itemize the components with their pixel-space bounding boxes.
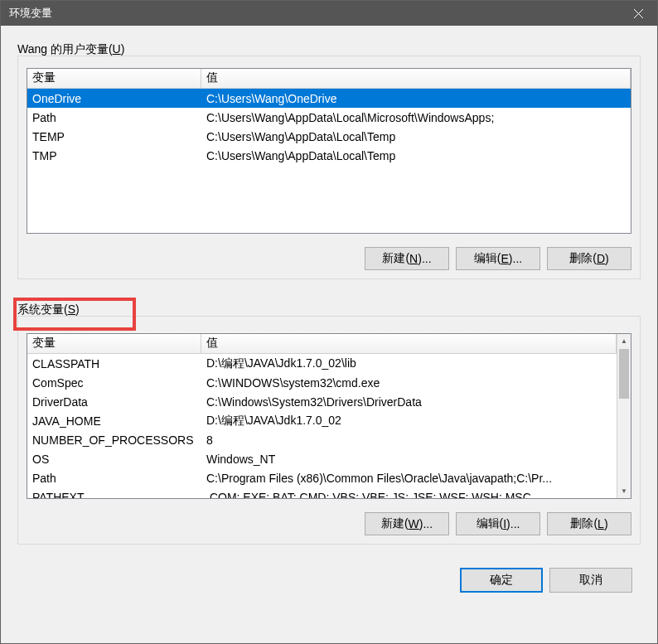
env-vars-window: 环境变量 Wang 的用户变量(U) 变量 值 OneDriveC:\Users… [0,0,658,644]
var-value-cell: C:\Users\Wang\AppData\Local\Microsoft\Wi… [201,110,631,125]
var-name-cell: CLASSPATH [27,356,201,371]
var-name-cell: TEMP [27,129,201,144]
system-header-name[interactable]: 变量 [27,334,201,353]
system-label-key: S [68,303,75,316]
system-table-header: 变量 值 [27,334,617,354]
system-vars-section: 系统变量(S) 变量 值 CLASSPATHD:\编程\JAVA\Jdk1.7.… [17,303,641,545]
user-group-box: 变量 值 OneDriveC:\Users\Wang\OneDrivePathC… [17,56,641,279]
ok-button[interactable]: 确定 [460,568,543,593]
titlebar: 环境变量 [1,1,657,26]
var-name-cell: OneDrive [27,91,201,106]
user-vars-label: Wang 的用户变量(U) [17,42,641,57]
system-delete-button[interactable]: 删除(L) [547,512,631,535]
var-name-cell: NUMBER_OF_PROCESSORS [27,433,201,448]
table-row[interactable]: PathC:\Users\Wang\AppData\Local\Microsof… [27,108,631,127]
user-new-button[interactable]: 新建(N)... [365,247,449,270]
table-row[interactable]: NUMBER_OF_PROCESSORS8 [27,430,617,449]
user-table-header: 变量 值 [27,69,631,89]
user-header-name[interactable]: 变量 [27,69,201,88]
system-new-button[interactable]: 新建(W)... [365,512,449,535]
var-name-cell: OS [27,452,201,467]
var-name-cell: Path [27,471,201,486]
user-vars-section: Wang 的用户变量(U) 变量 值 OneDriveC:\Users\Wang… [17,42,641,279]
dialog-content: Wang 的用户变量(U) 变量 值 OneDriveC:\Users\Wang… [1,26,657,643]
user-edit-button[interactable]: 编辑(E)... [456,247,540,270]
user-delete-button[interactable]: 删除(D) [547,247,631,270]
table-row[interactable]: DriverDataC:\Windows\System32\Drivers\Dr… [27,392,617,411]
user-vars-table[interactable]: 变量 值 OneDriveC:\Users\Wang\OneDrivePathC… [27,68,631,234]
user-label-key: U [113,42,121,56]
system-vars-label: 系统变量(S) [17,303,641,317]
dialog-bottom-buttons: 确定 取消 [17,568,641,593]
system-header-value[interactable]: 值 [201,334,617,353]
close-button[interactable] [620,1,657,26]
close-icon [634,9,643,18]
table-row[interactable]: CLASSPATHD:\编程\JAVA\Jdk1.7.0_02\lib [27,354,617,373]
var-value-cell: D:\编程\JAVA\Jdk1.7.0_02 [201,413,617,429]
var-value-cell: C:\Windows\System32\Drivers\DriverData [201,395,617,409]
table-row[interactable]: OneDriveC:\Users\Wang\OneDrive [27,89,631,108]
table-row[interactable]: JAVA_HOMED:\编程\JAVA\Jdk1.7.0_02 [27,411,617,430]
table-row[interactable]: OSWindows_NT [27,449,617,468]
table-row[interactable]: TMPC:\Users\Wang\AppData\Local\Temp [27,146,631,165]
system-group-box: 变量 值 CLASSPATHD:\编程\JAVA\Jdk1.7.0_02\lib… [17,316,641,545]
table-row[interactable]: PathC:\Program Files (x86)\Common Files\… [27,468,617,487]
var-name-cell: Path [27,110,201,125]
var-name-cell: TMP [27,148,201,163]
window-title: 环境变量 [9,6,52,21]
system-table-body: CLASSPATHD:\编程\JAVA\Jdk1.7.0_02\libComSp… [27,354,617,498]
table-row[interactable]: TEMPC:\Users\Wang\AppData\Local\Temp [27,127,631,146]
table-row[interactable]: ComSpecC:\WINDOWS\system32\cmd.exe [27,373,617,392]
var-value-cell: C:\WINDOWS\system32\cmd.exe [201,375,617,390]
system-button-row: 新建(W)... 编辑(I)... 删除(L) [27,512,631,535]
var-value-cell: D:\编程\JAVA\Jdk1.7.0_02\lib [201,356,617,372]
user-button-row: 新建(N)... 编辑(E)... 删除(D) [27,247,631,270]
var-value-cell: 8 [201,433,617,448]
user-label-suffix: ) [121,42,125,56]
user-header-value[interactable]: 值 [201,69,631,88]
var-name-cell: DriverData [27,395,201,409]
var-value-cell: C:\Users\Wang\AppData\Local\Temp [201,129,631,144]
var-value-cell: Windows_NT [201,452,617,467]
scrollbar-thumb[interactable] [619,349,629,399]
var-name-cell: JAVA_HOME [27,414,201,429]
var-value-cell: C:\Users\Wang\OneDrive [201,91,631,106]
user-label-prefix: Wang 的用户变量( [17,42,113,56]
system-vars-table[interactable]: 变量 值 CLASSPATHD:\编程\JAVA\Jdk1.7.0_02\lib… [27,333,631,499]
var-name-cell: PATHEXT [27,490,201,499]
system-label-suffix: ) [75,303,80,316]
system-scrollbar[interactable]: ▲ ▼ [617,334,631,498]
user-table-body: OneDriveC:\Users\Wang\OneDrivePathC:\Use… [27,89,631,165]
scroll-up-arrow-icon[interactable]: ▲ [617,334,631,348]
system-edit-button[interactable]: 编辑(I)... [456,512,540,535]
var-value-cell: C:\Users\Wang\AppData\Local\Temp [201,148,631,163]
var-name-cell: ComSpec [27,375,201,390]
var-value-cell: .COM;.EXE;.BAT;.CMD;.VBS;.VBE;.JS;.JSE;.… [201,490,617,499]
table-row[interactable]: PATHEXT.COM;.EXE;.BAT;.CMD;.VBS;.VBE;.JS… [27,487,617,498]
var-value-cell: C:\Program Files (x86)\Common Files\Orac… [201,471,617,486]
system-label-prefix: 系统变量( [17,303,68,316]
scroll-down-arrow-icon[interactable]: ▼ [617,484,631,498]
cancel-button[interactable]: 取消 [549,568,632,593]
